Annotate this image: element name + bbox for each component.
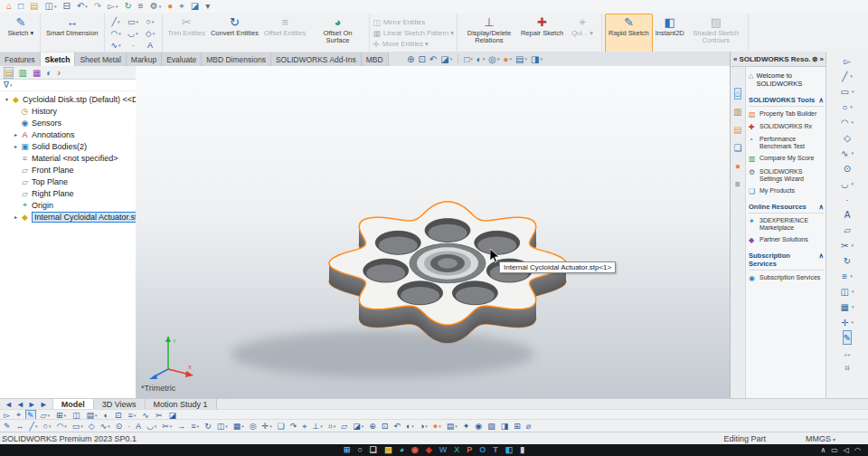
scroll-last-icon[interactable]: ► bbox=[39, 400, 49, 409]
shadows-icon[interactable]: ▨ bbox=[486, 422, 496, 431]
select-icon[interactable]: ▻ bbox=[3, 411, 11, 420]
expand-arrow-icon[interactable]: ▸ bbox=[12, 214, 20, 220]
camera-icon[interactable]: ◉ bbox=[474, 422, 483, 431]
line-icon[interactable]: ╱▾ bbox=[842, 70, 853, 82]
zoom-to-fit-icon[interactable]: ⊕ bbox=[407, 54, 414, 64]
status-units[interactable]: MMGS bbox=[806, 434, 831, 443]
shaded-sketch-contours-button[interactable]: ▨Shaded Sketch Contours bbox=[687, 14, 745, 52]
offset-icon[interactable]: ≡▾ bbox=[842, 270, 852, 282]
tray-expand-icon[interactable]: ∧ bbox=[820, 446, 826, 454]
dropdown-arrow-icon[interactable]: ▾ bbox=[439, 423, 441, 429]
perspective-icon[interactable]: ◨ bbox=[500, 422, 510, 431]
rectangle-icon[interactable]: ▭▾ bbox=[841, 85, 854, 98]
section-icon[interactable]: ◪ bbox=[167, 411, 177, 420]
collapse-caret-icon[interactable]: ∧ bbox=[819, 203, 825, 211]
fillet-icon[interactable]: ◡▾ bbox=[146, 422, 157, 431]
units-caret-icon[interactable]: ▾ bbox=[833, 436, 835, 442]
collapse-caret-icon[interactable]: ∧ bbox=[819, 252, 825, 268]
circle-icon[interactable]: ○▾ bbox=[142, 15, 159, 27]
sheet-icon[interactable]: ▤▾ bbox=[86, 411, 99, 420]
custom-properties-tab-icon[interactable]: ≡ bbox=[735, 179, 741, 189]
select-icon[interactable]: ▻ bbox=[844, 54, 851, 67]
edit-appearance-icon[interactable]: ●▾ bbox=[504, 54, 513, 64]
view-palette-tab-icon[interactable]: ❏ bbox=[734, 143, 742, 153]
word-icon[interactable]: W bbox=[439, 446, 448, 454]
mirror-icon[interactable]: ◫▾ bbox=[841, 285, 854, 298]
move-icon[interactable]: ✛▾ bbox=[841, 316, 854, 328]
line-icon[interactable]: ╱▾ bbox=[108, 15, 125, 27]
spline-icon[interactable]: ∿▾ bbox=[108, 39, 125, 51]
mirror-icon[interactable]: ◫ bbox=[71, 411, 81, 420]
convert-entities-icon[interactable]: ↻ bbox=[203, 422, 212, 431]
fillet-icon[interactable]: ◡▾ bbox=[841, 177, 854, 190]
save-icon[interactable]: ◫▾ bbox=[42, 2, 60, 11]
section-header[interactable]: Subscription Services∧ bbox=[749, 252, 824, 271]
point-icon[interactable]: ∙ bbox=[125, 39, 142, 51]
offset-entities-button[interactable]: ≡Offset Entities bbox=[261, 14, 309, 52]
dropdown-arrow-icon[interactable]: ▾ bbox=[159, 2, 162, 11]
repair-sketch-button[interactable]: ✚Repair Sketch bbox=[518, 14, 566, 52]
app-home-icon[interactable]: ⌂ bbox=[4, 2, 14, 11]
polygon-icon[interactable]: ◇▾ bbox=[142, 27, 159, 39]
search-icon[interactable]: ○ bbox=[357, 446, 362, 454]
new-file-icon[interactable]: □ bbox=[15, 2, 26, 11]
dropdown-arrow-icon[interactable]: ▾ bbox=[10, 82, 13, 88]
offset-icon[interactable]: ≡▾ bbox=[127, 411, 137, 420]
dropdown-arrow-icon[interactable]: ▾ bbox=[334, 423, 336, 429]
dropdown-arrow-icon[interactable]: ▾ bbox=[134, 413, 137, 418]
dropdown-arrow-icon[interactable]: ▾ bbox=[64, 413, 67, 418]
redo-icon[interactable]: ↷ bbox=[91, 2, 104, 11]
filter-funnel-icon[interactable]: ∇▾ bbox=[3, 81, 14, 90]
smart-dimension-button[interactable]: ↔Smart Dimension bbox=[43, 14, 101, 52]
options-icon[interactable]: ⚙▾ bbox=[147, 2, 164, 11]
taskpane-item-solidworks-rx[interactable]: ✚SOLIDWORKS Rx bbox=[749, 123, 824, 131]
zoom-area-icon[interactable]: ⊡ bbox=[381, 422, 390, 431]
rebuild-icon[interactable]: ↻ bbox=[121, 2, 134, 11]
select-icon[interactable]: ▻▾ bbox=[105, 2, 120, 11]
ellipse-icon[interactable]: ⊙ bbox=[844, 162, 851, 175]
tree-item-origin[interactable]: ⌖Origin bbox=[0, 199, 136, 211]
featuremanager-tab-icon[interactable]: ▤ bbox=[5, 68, 13, 78]
tree-item-material-not-specified[interactable]: ≡Material <not specified> bbox=[0, 152, 136, 164]
tree-item-front-plane[interactable]: ▱Front Plane bbox=[0, 164, 136, 176]
move-icon[interactable]: ✛▾ bbox=[261, 422, 273, 431]
dropdown-arrow-icon[interactable]: ▾ bbox=[269, 423, 272, 429]
units-icon[interactable]: ⌀ bbox=[525, 422, 532, 431]
bearing-ring[interactable] bbox=[438, 258, 458, 268]
spline-icon[interactable]: ∿▾ bbox=[841, 147, 854, 159]
ellipse-icon[interactable]: ⊙ bbox=[115, 422, 124, 431]
file-explorer-tab-icon[interactable]: ▤ bbox=[733, 125, 741, 135]
solidworks-app-icon[interactable]: ◆ bbox=[426, 446, 432, 454]
linear-pattern-icon[interactable]: ▦▾ bbox=[841, 300, 854, 313]
tab-markup[interactable]: Markup bbox=[127, 52, 162, 66]
display-delete-relations-button[interactable]: ⊥Display/Delete Relations bbox=[460, 14, 518, 52]
instant2d-button[interactable]: ◧Instant2D bbox=[653, 14, 687, 52]
edge-browser-icon[interactable]: ◕ bbox=[399, 446, 403, 454]
sketch-button[interactable]: ✎Sketch ▾ bbox=[5, 14, 37, 52]
battery-icon[interactable]: ▭ bbox=[831, 446, 838, 454]
dropdown-arrow-icon[interactable]: ▾ bbox=[47, 413, 50, 418]
taskpane-item-compare-my-score[interactable]: ▥Compare My Score bbox=[749, 155, 824, 163]
circle-icon[interactable]: ○▾ bbox=[42, 422, 52, 431]
dropdown-arrow-icon[interactable]: ▾ bbox=[95, 413, 98, 418]
trim-icon[interactable]: ✂ bbox=[155, 411, 164, 420]
convert-entities-icon[interactable]: ↻ bbox=[844, 254, 851, 267]
tree-item-annotations[interactable]: ▸AAnnotations bbox=[0, 128, 136, 140]
snap-grid-icon[interactable]: ⌗ bbox=[844, 362, 850, 375]
panel-chevron-icon[interactable]: › bbox=[57, 68, 60, 78]
model-canvas[interactable] bbox=[136, 66, 730, 398]
copy-icon[interactable]: ❏ bbox=[277, 422, 286, 431]
dropdown-arrow-icon[interactable]: ▾ bbox=[851, 242, 854, 248]
close-icon[interactable]: ⊗ bbox=[812, 55, 818, 63]
smart-dimension-icon[interactable]: ↔ bbox=[15, 422, 25, 431]
move-entities-button[interactable]: ✛Move Entities ▾ bbox=[373, 39, 454, 49]
file-explorer-icon[interactable]: ▤ bbox=[384, 446, 392, 454]
rapid-sketch-button[interactable]: ✎Rapid Sketch bbox=[605, 14, 653, 53]
relations-icon[interactable]: ⊥▾ bbox=[311, 422, 323, 431]
linear-sketch-pattern-button[interactable]: ▦Linear Sketch Pattern ▾ bbox=[373, 28, 454, 38]
displaymanager-tab-icon[interactable]: ◐ bbox=[46, 68, 52, 78]
previous-view-icon[interactable]: ↶ bbox=[392, 422, 401, 431]
taskpane-item-performance-benchmark-test[interactable]: ◔Performance Benchmark Test bbox=[749, 136, 824, 150]
expand-arrow-icon[interactable]: ▸ bbox=[12, 131, 20, 138]
quick-snaps-icon[interactable]: ⌗▾ bbox=[327, 422, 337, 432]
